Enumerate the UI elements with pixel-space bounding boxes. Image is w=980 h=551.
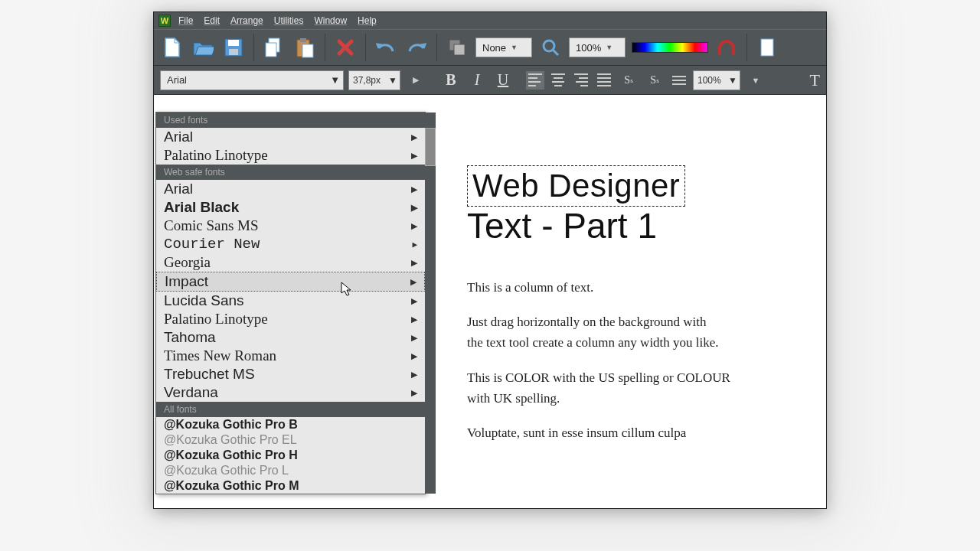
font-option-kozuka-l[interactable]: @Kozuka Gothic Pro L [156,463,425,478]
align-center-button[interactable] [549,71,567,90]
chevron-right-icon: ▶ [411,370,417,380]
svg-point-10 [544,41,554,51]
chevron-right-icon: ▶ [411,315,417,324]
open-file-icon[interactable] [191,35,215,60]
paragraph: This is a column of text. [467,277,750,298]
font-option-verdana[interactable]: Verdana▶ [156,383,425,402]
title-text[interactable]: Web Designer [472,168,680,204]
menu-window[interactable]: Window [314,15,347,26]
menu-utilities[interactable]: Utilities [274,15,304,26]
paragraph: Voluptate, sunt in esse insum cillum cul… [467,422,750,443]
font-option-kozuka-el[interactable]: @Kozuka Gothic Pro EL [156,432,425,448]
main-toolbar: None ▼ 100% ▼ [154,29,826,66]
zoom-select[interactable]: 100% ▼ [569,37,626,57]
align-justify-button[interactable] [595,71,613,90]
subscript-button[interactable]: Ss [644,70,665,91]
font-option-kozuka-b[interactable]: @Kozuka Gothic Pro B [156,417,425,432]
svg-rect-6 [300,38,306,42]
layer-select[interactable]: None ▼ [475,37,532,57]
font-dropdown[interactable]: Used fonts Arial▶ Palatino Linotype▶ Web… [155,95,425,478]
chevron-down-icon: ▼ [511,44,518,51]
menubar: W File Edit Arrange Utilities Window Hel… [154,12,826,29]
chevron-down-icon: ▼ [728,75,737,86]
zoom-value: 100% [576,42,601,54]
font-option-palatino[interactable]: Palatino Linotype▶ [156,146,425,165]
chevron-right-icon: ▶ [411,258,417,268]
chevron-down-icon: ▼ [330,74,340,86]
chevron-right-icon: ▶ [411,151,417,161]
zoom-tool-icon[interactable] [538,35,563,60]
font-option-georgia[interactable]: Georgia▶ [156,253,425,272]
paste-icon[interactable] [292,35,317,60]
font-size-select[interactable]: 37,8px ▼ [348,70,400,90]
delete-icon[interactable] [333,35,358,60]
canvas-content: Web Designer Text - Part 1 This is a col… [467,165,789,457]
font-option-times-new-roman[interactable]: Times New Roman▶ [156,347,425,365]
menu-file[interactable]: File [178,15,193,26]
chevron-right-icon: ▶ [411,351,417,361]
align-right-button[interactable] [572,71,590,90]
selected-text-frame[interactable]: Web Designer [467,165,685,207]
new-file-icon[interactable] [160,35,185,60]
font-option-arial-black[interactable]: Arial Black▶ [156,198,425,217]
font-option-arial[interactable]: Arial▶ [156,180,425,198]
font-option-palatino[interactable]: Palatino Linotype▶ [156,310,425,328]
chevron-right-icon: ▶ [411,221,417,231]
text-toolbar: Arial ▼ 37,8px ▼ ▶ B I U Ss Ss 100% ▼ ▼ … [154,66,826,95]
text-tool-icon[interactable]: T [810,70,820,90]
page-icon[interactable] [755,35,779,60]
font-option-kozuka-m[interactable]: @Kozuka Gothic Pro M [156,478,425,494]
paragraph: Just drag horizontally on the background… [467,311,750,353]
chevron-right-icon: ▶ [412,240,417,249]
dropdown-section-websafe: Web safe fonts [156,165,425,180]
line-height-value: 100% [697,75,721,86]
chevron-right-icon: ▶ [411,203,417,213]
color-bar[interactable] [632,42,708,53]
chevron-right-icon: ▶ [411,184,417,194]
superscript-button[interactable]: Ss [618,70,639,91]
snap-magnet-icon[interactable] [714,35,739,60]
svg-rect-4 [266,43,276,57]
italic-button[interactable]: I [466,70,488,91]
body-text-column[interactable]: This is a column of text. Just drag hori… [467,277,750,443]
bold-button[interactable]: B [440,70,462,91]
svg-rect-9 [454,44,465,55]
dropdown-section-used: Used fonts [156,112,425,128]
subtitle-text[interactable]: Text - Part 1 [467,205,789,246]
font-option-lucida-sans[interactable]: Lucida Sans▶ [156,292,425,310]
menu-help[interactable]: Help [358,15,377,26]
chevron-down-icon: ▼ [606,44,612,51]
svg-rect-1 [228,40,239,46]
dropdown-scrollbar-track[interactable] [425,112,436,494]
more-options-icon[interactable]: ▼ [745,70,766,91]
align-left-button[interactable] [526,71,544,90]
font-option-tahoma[interactable]: Tahoma▶ [156,328,425,347]
font-option-arial[interactable]: Arial▶ [156,128,425,146]
layers-icon[interactable] [445,35,469,60]
line-height-select[interactable]: 100% ▼ [693,70,740,90]
chevron-down-icon: ▼ [388,75,397,86]
undo-icon[interactable] [374,35,398,60]
chevron-right-icon: ▶ [411,333,417,343]
line-spacing-icon[interactable] [670,71,688,90]
redo-icon[interactable] [404,35,429,60]
underline-button[interactable]: U [492,70,514,91]
app-logo-icon: W [158,15,171,27]
dropdown-section-all: All fonts [156,402,425,417]
font-option-impact[interactable]: Impact▶ [156,272,425,292]
copy-icon[interactable] [262,35,286,60]
font-option-courier-new[interactable]: Courier New▶ [156,235,425,253]
menu-edit[interactable]: Edit [204,15,220,26]
paragraph: This is COLOR with the US spelling or CO… [467,367,750,409]
size-step-icon[interactable]: ▶ [405,70,426,91]
save-icon[interactable] [221,35,246,60]
font-option-comic-sans[interactable]: Comic Sans MS▶ [156,217,425,235]
menu-arrange[interactable]: Arrange [230,15,263,26]
font-option-trebuchet[interactable]: Trebuchet MS▶ [156,365,425,383]
chevron-right-icon: ▶ [411,296,417,306]
font-family-value: Arial [167,74,187,86]
font-option-kozuka-h[interactable]: @Kozuka Gothic Pro H [156,448,425,463]
font-family-select[interactable]: Arial ▼ [160,70,344,90]
dropdown-scrollbar-thumb[interactable] [425,128,436,166]
svg-line-11 [553,50,558,55]
